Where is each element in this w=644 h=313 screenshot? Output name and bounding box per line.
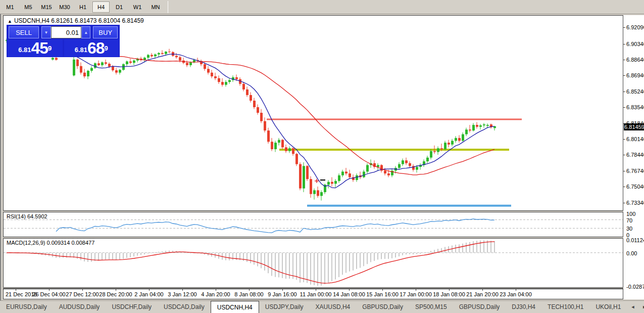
buy-button[interactable]: BUY [93,26,118,38]
sell-button[interactable]: SELL [9,26,39,38]
timeframe-button-m15[interactable]: M15 [38,2,55,13]
candle [250,95,252,101]
candle [451,141,454,144]
candle [175,56,178,57]
macd-histogram-bar [268,253,269,274]
macd-histogram-bar [147,253,148,254]
candle [108,64,111,67]
candle [409,163,411,166]
price-axis-value: 6.83540 [626,104,644,110]
macd-histogram-bar [91,253,92,262]
tab-usdcnh[interactable]: USDCNH,H4 [211,301,259,313]
candle [274,143,277,149]
macd-histogram-bar [406,253,407,255]
tab-eurusd[interactable]: EURUSD,Daily [0,301,53,313]
rsi-panel[interactable]: RSI(14) 64.5902 [3,212,623,237]
candle [83,73,86,76]
arrow-down-icon: ▼ [44,30,48,35]
macd-histogram-bar [338,253,339,277]
tab-usdjpy[interactable]: USDJPY,Daily [259,301,310,313]
macd-histogram-bar [102,253,103,260]
current-price-tag: 6.81459 [624,123,644,130]
timeframe-button-h4[interactable]: H4 [92,2,110,13]
candle [211,73,213,76]
macd-histogram-bar [377,253,378,260]
macd-histogram-bar [275,253,276,277]
tab-xauusd[interactable]: XAUUSD,H4 [310,301,357,313]
timeframe-button-m30[interactable]: M30 [56,2,73,13]
time-axis-tick [449,289,450,291]
timeframe-button-d1[interactable]: D1 [111,2,128,13]
macd-histogram-bar [63,253,64,258]
tab-scroll-right-icon[interactable]: ► [638,301,644,313]
candle [345,171,348,173]
volume-decrease-button[interactable]: ▼ [41,26,51,38]
candle [105,62,107,64]
tab-dj30[interactable]: DJ30,H4 [506,301,541,313]
macd-histogram-bar [423,253,424,253]
timeframe-button-mn[interactable]: MN [147,2,164,13]
candle [458,138,461,141]
candle [126,61,128,64]
macd-histogram-bar [430,251,431,253]
macd-histogram-bar [246,253,247,262]
time-axis-value: 9 Jan 16:00 [268,291,297,297]
macd-histogram-bar [158,252,159,253]
sell-price-display[interactable]: 6.81459 [8,39,63,57]
candle [94,63,96,68]
time-axis-value: 18 Jan 08:00 [433,291,465,297]
tab-audusd[interactable]: AUDUSD,Daily [53,301,106,313]
toolbar-separator [168,1,168,13]
candle [366,165,369,171]
macd-histogram-bar [413,253,414,254]
tab-ukoil[interactable]: UKOil,H1 [589,301,627,313]
volume-input[interactable]: 0.01 [51,26,81,38]
tab-tech100[interactable]: TECH100,H1 [541,301,589,313]
macd-histogram-bar [261,253,262,269]
candle [264,121,266,130]
price-axis[interactable]: 6.920906.903406.886406.869406.852406.835… [623,15,644,299]
macd-histogram-bar [427,252,428,253]
volume-increase-button[interactable]: ▲ [81,26,90,38]
timeframe-button-h1[interactable]: H1 [74,2,91,13]
timeframe-button-m1[interactable]: M1 [2,2,19,13]
rsi-label: RSI(14) 64.5902 [7,213,47,219]
candle [285,147,287,151]
price-axis-tick [623,171,625,171]
main-chart-panel[interactable]: ▲USDCNH,H4 6.81261 6.81473 6.81004 6.814… [3,15,623,211]
candle [455,138,457,141]
tab-sp500[interactable]: SP500,M15 [409,301,453,313]
macd-histogram-bar [310,253,311,285]
time-axis-tick [416,289,416,291]
macd-histogram-bar [151,253,152,253]
candle [168,52,171,52]
time-axis[interactable]: 21 Dec 201826 Dec 04:0027 Dec 12:0028 De… [3,288,623,299]
candle [112,67,114,70]
candle [341,171,344,175]
tab-usdcad[interactable]: USDCAD,Daily [158,301,211,313]
tab-usdchf[interactable]: USDCHF,Daily [106,301,158,313]
rsi-chart [4,212,623,237]
candle [331,182,333,184]
macd-histogram-bar [303,253,304,282]
macd-histogram-bar [335,253,336,280]
candle [327,182,330,185]
macd-histogram-bar [388,253,389,259]
macd-histogram-bar [278,253,279,278]
candle [253,101,256,107]
macd-panel[interactable]: MACD(12,26,9) 0.009314 0.008477 [3,238,623,288]
tab-gbpusd[interactable]: GBPUSD,Daily [356,301,409,313]
tab-gbpusd[interactable]: GBPUSD,Daily [453,301,506,313]
macd-histogram-bar [367,253,368,264]
timeframe-button-w1[interactable]: W1 [129,2,146,13]
time-axis-tick [182,289,183,291]
tab-scroll-left-icon[interactable]: ◄ [627,301,638,313]
buy-price-display[interactable]: 6.81689 [64,39,119,57]
candle [204,64,206,69]
collapse-icon[interactable]: ▲ [8,19,12,24]
candle [87,71,89,76]
candle [444,143,447,149]
timeframe-button-m5[interactable]: M5 [20,2,37,13]
buy-price-prefix: 6.81 [75,44,87,56]
macd-histogram-bar [186,253,187,253]
